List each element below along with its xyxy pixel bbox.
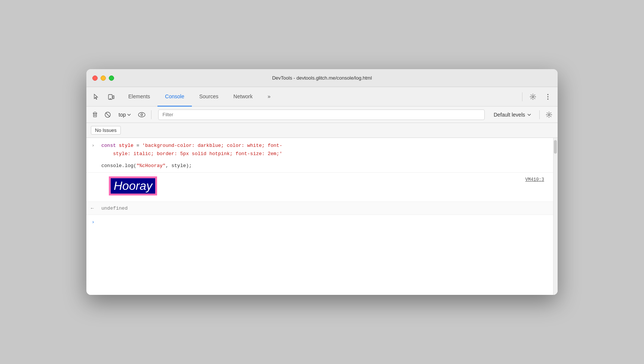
filter-input[interactable] (158, 109, 484, 120)
gear-icon (546, 111, 552, 118)
default-levels-dropdown[interactable]: Default levels (489, 110, 536, 119)
code-space-1: style (116, 143, 137, 148)
tab-bar-left-icons (89, 87, 118, 106)
svg-point-4 (548, 94, 549, 95)
more-vert-icon (547, 94, 549, 100)
clear-console-button[interactable] (89, 109, 101, 120)
hooray-styled-text: Hooray (109, 176, 157, 195)
no-issues-button[interactable]: No Issues (91, 126, 121, 135)
chevron-down-icon (127, 114, 131, 116)
console-entry-output: VM410:3 Hooray (86, 173, 553, 202)
clear-icon (92, 112, 98, 118)
device-icon (108, 93, 114, 100)
result-arrow: ← (91, 206, 94, 211)
code-block: const style = 'background-color: darkblu… (101, 142, 547, 158)
tab-bar: Elements Console Sources Network » (86, 87, 558, 107)
keyword-const: const (101, 143, 116, 148)
console-output: › const style = 'background-color: darkb… (86, 138, 558, 222)
tab-sources[interactable]: Sources (192, 87, 226, 107)
tab-elements[interactable]: Elements (121, 87, 157, 107)
settings-button[interactable] (526, 90, 540, 104)
console-entry-code: › const style = 'background-color: darkb… (86, 138, 553, 173)
console-output-area: › const style = 'background-color: darkb… (86, 138, 558, 295)
minimize-button[interactable] (101, 75, 106, 81)
context-dropdown[interactable]: top (115, 110, 135, 119)
svg-point-14 (141, 114, 143, 115)
svg-rect-8 (93, 114, 96, 117)
maximize-button[interactable] (109, 75, 114, 81)
tab-console[interactable]: Console (157, 87, 191, 107)
title-bar: DevTools - devtools.glitch.me/console/lo… (86, 69, 558, 87)
svg-point-3 (532, 96, 534, 98)
svg-line-12 (106, 112, 110, 117)
inspect-icon (93, 93, 99, 100)
svg-point-6 (548, 98, 549, 99)
tab-more[interactable]: » (260, 87, 278, 107)
console-plain: console.log( (101, 163, 137, 169)
tab-bar-right-icons (520, 87, 555, 106)
chevron-down-icon (527, 114, 531, 116)
console-comma: , style); (166, 163, 192, 169)
code-equals: = (137, 143, 142, 148)
close-button[interactable] (92, 75, 98, 81)
prompt-chevron: › (92, 219, 95, 225)
eye-button[interactable] (136, 109, 147, 120)
undefined-value: undefined (101, 206, 128, 211)
filter-wrap (158, 109, 484, 120)
window-title: DevTools - devtools.glitch.me/console/lo… (272, 75, 372, 81)
divider (522, 92, 522, 101)
scrollbar-thumb[interactable] (554, 140, 557, 154)
svg-point-15 (548, 114, 550, 115)
console-entry-undefined: ← undefined (86, 202, 553, 215)
inspect-element-button[interactable] (89, 90, 103, 104)
scrollbar-track[interactable] (553, 138, 558, 295)
console-prompt[interactable]: › (86, 215, 553, 222)
traffic-lights (92, 75, 114, 81)
issues-bar: No Issues (86, 123, 558, 138)
block-icon (104, 111, 111, 118)
entry-chevron-right: › (92, 142, 95, 148)
console-string: "%cHooray" (137, 163, 166, 169)
console-toolbar: top Default levels (86, 107, 558, 123)
svg-point-5 (548, 96, 549, 97)
code-log-line: console.log("%cHooray", style); (101, 162, 547, 170)
tab-network[interactable]: Network (226, 87, 260, 107)
svg-point-13 (138, 112, 145, 117)
gear-icon (530, 93, 536, 100)
vm-link[interactable]: VM410:3 (525, 177, 544, 182)
console-settings-button[interactable] (543, 109, 555, 120)
tabs: Elements Console Sources Network » (121, 87, 517, 106)
svg-marker-7 (93, 112, 97, 114)
toolbar-divider-2 (539, 110, 540, 119)
toolbar-divider (151, 110, 151, 119)
device-toggle-button[interactable] (104, 90, 118, 104)
devtools-window: DevTools - devtools.glitch.me/console/lo… (86, 69, 558, 295)
svg-rect-1 (113, 96, 114, 99)
eye-icon (138, 112, 145, 117)
block-icon-button[interactable] (102, 109, 113, 120)
more-options-button[interactable] (541, 90, 555, 104)
